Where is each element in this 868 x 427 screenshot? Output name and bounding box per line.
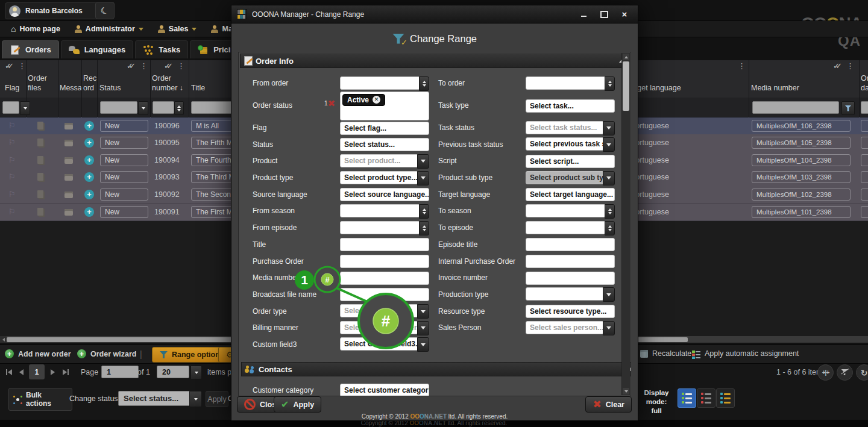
column-header-order-number[interactable]: Order number ↓ xyxy=(152,73,188,93)
status-tag[interactable]: Active ✕ xyxy=(342,94,385,106)
field-production-type-dropdown-button[interactable] xyxy=(603,287,615,302)
field-previous-task-status-select[interactable]: Select previous task sta... xyxy=(526,137,604,151)
field-source-language-select[interactable]: Select source language... xyxy=(340,188,429,201)
display-mode-full-button[interactable] xyxy=(678,388,696,408)
column-menu-icon-status[interactable]: ⋮ xyxy=(140,62,148,70)
field-product-type-dropdown-button[interactable] xyxy=(417,171,429,185)
messages-icon[interactable] xyxy=(64,192,73,198)
bulk-actions-button[interactable]: Bulk actions xyxy=(8,388,72,411)
column-header-title[interactable]: Title xyxy=(191,83,230,93)
messages-icon[interactable] xyxy=(64,123,73,129)
field-product-sub-type-select[interactable]: Select product sub type... xyxy=(526,171,604,184)
page-size-select[interactable]: 20 xyxy=(157,366,189,378)
column-menu-icon-media-number[interactable]: ⋮ xyxy=(846,62,854,70)
order-files-icon[interactable] xyxy=(37,208,43,216)
select-all-icon-flag[interactable]: ✓✓ xyxy=(5,62,14,70)
tab-orders[interactable]: Orders xyxy=(2,40,59,58)
dialog-apply-button[interactable]: ✔ Apply xyxy=(274,396,321,413)
field-broadcast-file-name-input[interactable] xyxy=(340,288,429,301)
page-size-dropdown-button[interactable] xyxy=(190,366,202,379)
flag-icon[interactable]: ⚐ xyxy=(8,172,16,181)
field-production-type-select[interactable] xyxy=(526,287,604,301)
media-number-filter-funnel-button[interactable] xyxy=(841,101,855,115)
close-window-button[interactable]: × xyxy=(617,9,632,20)
select-all-icon-status[interactable]: ✓✓ xyxy=(127,62,136,70)
order-files-icon[interactable] xyxy=(37,122,43,129)
column-menu-icon-target-language[interactable]: ⋮ xyxy=(738,62,746,70)
flag-icon[interactable]: ⚐ xyxy=(8,121,16,130)
field-to-order-spinner[interactable] xyxy=(605,76,615,91)
field-flag-select[interactable]: Select flag... xyxy=(340,122,429,135)
media-number-filter-input[interactable] xyxy=(752,101,839,114)
field-episode-title-input[interactable] xyxy=(526,238,615,251)
column-header-target-language[interactable]: Target language xyxy=(627,83,747,93)
column-menu-icon-flag[interactable]: ⋮ xyxy=(18,62,26,70)
field-title-input[interactable] xyxy=(340,238,429,251)
field-sales-person-dropdown-button[interactable] xyxy=(603,321,615,335)
field-custom-field3-dropdown-button[interactable] xyxy=(417,337,429,352)
column-header-rec-ord[interactable]: Rec ord xyxy=(83,73,99,93)
add-record-icon[interactable]: + xyxy=(84,190,94,199)
next-page-button[interactable] xyxy=(51,366,55,378)
scroll-up-button[interactable] xyxy=(623,54,629,60)
theme-toggle-button[interactable]: ☾ xyxy=(95,2,115,19)
order-number-filter-spinner[interactable] xyxy=(174,101,184,115)
messages-icon[interactable] xyxy=(64,209,73,216)
previous-page-button[interactable] xyxy=(19,366,24,378)
column-header-status[interactable]: Status xyxy=(99,83,148,93)
field-to-episode-spinner[interactable] xyxy=(605,221,615,235)
column-header-media-number[interactable]: Media number xyxy=(751,83,854,93)
field-purchase-order-input[interactable] xyxy=(340,255,429,268)
order-wizard-button[interactable]: + Order wizard xyxy=(77,349,136,358)
flag-icon[interactable]: ⚐ xyxy=(8,138,16,147)
add-record-icon[interactable]: + xyxy=(84,121,94,131)
add-new-order-button[interactable]: + Add new order xyxy=(5,349,71,358)
add-record-icon[interactable]: + xyxy=(84,172,94,182)
column-header-flag[interactable]: Flag xyxy=(5,83,25,93)
current-page-button[interactable]: 1 xyxy=(29,364,45,379)
bulk-apply-button[interactable]: Apply xyxy=(206,391,228,407)
field-billing-manner-select[interactable]: Select billing manner... xyxy=(340,321,418,334)
display-mode-compact-button[interactable] xyxy=(697,388,715,408)
tab-languages[interactable]: Languages xyxy=(61,40,134,58)
column-menu-icon-order-number[interactable]: ⋮ xyxy=(177,62,185,70)
field-sales-person-select[interactable]: Select sales person... xyxy=(526,321,604,334)
last-page-button[interactable] xyxy=(63,366,69,378)
contacts-section-header[interactable]: Contacts xyxy=(241,362,631,376)
field-script-select[interactable]: Select script... xyxy=(526,155,615,168)
add-record-icon[interactable]: + xyxy=(84,207,94,217)
flag-filter-dropdown-button[interactable] xyxy=(20,101,30,115)
field-target-language-select[interactable]: Select target language... xyxy=(526,188,615,201)
messages-icon[interactable] xyxy=(64,157,73,164)
select-all-icon-order-number[interactable]: ✓✓ xyxy=(164,62,173,70)
tab-tasks[interactable]: Tasks xyxy=(135,40,188,58)
order-files-icon[interactable] xyxy=(37,190,43,198)
status-filter-dropdown-button[interactable] xyxy=(138,101,148,115)
flag-filter-input[interactable] xyxy=(2,101,19,114)
remove-all-icon[interactable]: ✖ xyxy=(328,100,336,107)
dialog-scrollbar[interactable] xyxy=(621,53,630,395)
field-billing-manner-dropdown-button[interactable] xyxy=(417,321,429,335)
field-task-status-dropdown-button[interactable] xyxy=(603,121,615,136)
field-media-number-input[interactable] xyxy=(340,272,429,285)
field-to-season-input[interactable] xyxy=(526,204,606,217)
order-files-icon[interactable] xyxy=(37,139,43,146)
field-to-order-input[interactable] xyxy=(526,76,606,90)
dialog-clear-button[interactable]: ✖ Clear xyxy=(585,396,632,413)
minimize-button[interactable] xyxy=(576,9,591,20)
customer-category-select[interactable]: Select customer category... xyxy=(340,384,429,396)
bulk-status-select[interactable]: Select status... xyxy=(118,391,199,406)
flag-icon[interactable]: ⚐ xyxy=(8,155,16,164)
field-order-type-dropdown-button[interactable] xyxy=(417,304,429,319)
add-record-icon[interactable]: + xyxy=(84,138,94,148)
field-order-type-select[interactable]: Select order type... xyxy=(340,304,418,317)
field-custom-field3-select[interactable]: Select Custom field3... xyxy=(340,337,418,351)
field-resource-type-select[interactable]: Select resource type... xyxy=(526,305,615,318)
field-product-select[interactable]: Select product... xyxy=(340,154,418,167)
field-invoice-number-input[interactable] xyxy=(526,272,615,285)
menubar-item-sales[interactable]: Sales xyxy=(152,22,203,36)
field-product-sub-type-dropdown-button[interactable] xyxy=(603,171,615,185)
scrollbar-thumb[interactable] xyxy=(623,61,629,111)
refresh-button[interactable]: ↻ xyxy=(856,364,868,381)
order-files-icon[interactable] xyxy=(37,173,43,181)
